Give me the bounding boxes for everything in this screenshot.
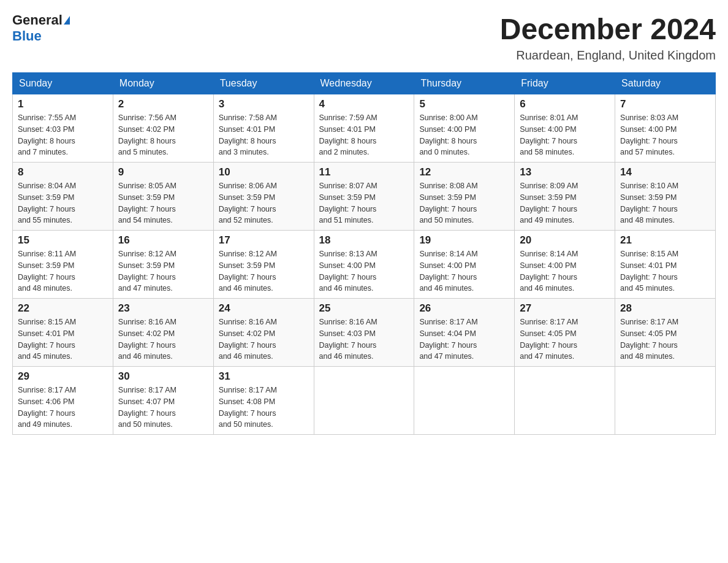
calendar-cell-day-14: 14Sunrise: 8:10 AMSunset: 3:59 PMDayligh… [615,163,716,231]
logo-general-text: General [12,12,63,28]
calendar-cell-day-15: 15Sunrise: 8:11 AMSunset: 3:59 PMDayligh… [13,231,113,299]
column-header-saturday: Saturday [615,73,716,94]
week-row-4: 22Sunrise: 8:15 AMSunset: 4:01 PMDayligh… [13,299,716,367]
week-row-1: 1Sunrise: 7:55 AMSunset: 4:03 PMDaylight… [13,94,716,163]
day-number: 13 [520,166,610,178]
month-title: December 2024 [500,12,716,46]
calendar-cell-day-5: 5Sunrise: 8:00 AMSunset: 4:00 PMDaylight… [414,94,515,163]
column-header-monday: Monday [113,73,213,94]
location-text: Ruardean, England, United Kingdom [500,48,716,63]
page-header: General Blue December 2024 Ruardean, Eng… [12,12,716,63]
day-info: Sunrise: 8:17 AMSunset: 4:06 PMDaylight:… [18,385,108,431]
day-number: 7 [620,98,710,110]
calendar-cell-day-31: 31Sunrise: 8:17 AMSunset: 4:08 PMDayligh… [213,367,314,435]
day-info: Sunrise: 8:17 AMSunset: 4:08 PMDaylight:… [219,385,309,431]
day-info: Sunrise: 7:59 AMSunset: 4:01 PMDaylight:… [319,112,409,158]
calendar-cell-day-7: 7Sunrise: 8:03 AMSunset: 4:00 PMDaylight… [615,94,716,163]
week-row-3: 15Sunrise: 8:11 AMSunset: 3:59 PMDayligh… [13,231,716,299]
day-info: Sunrise: 8:12 AMSunset: 3:59 PMDaylight:… [118,248,208,294]
day-info: Sunrise: 8:11 AMSunset: 3:59 PMDaylight:… [18,248,108,294]
day-info: Sunrise: 7:56 AMSunset: 4:02 PMDaylight:… [118,112,208,158]
day-info: Sunrise: 8:08 AMSunset: 3:59 PMDaylight:… [419,180,509,226]
calendar-cell-day-10: 10Sunrise: 8:06 AMSunset: 3:59 PMDayligh… [213,163,314,231]
calendar-cell-day-24: 24Sunrise: 8:16 AMSunset: 4:02 PMDayligh… [213,299,314,367]
empty-cell [615,367,716,435]
empty-cell [314,367,414,435]
logo-triangle-icon [64,16,70,25]
column-header-tuesday: Tuesday [213,73,314,94]
day-number: 10 [219,166,309,178]
day-info: Sunrise: 8:15 AMSunset: 4:01 PMDaylight:… [620,248,710,294]
day-number: 27 [520,302,610,315]
day-info: Sunrise: 8:14 AMSunset: 4:00 PMDaylight:… [419,248,509,294]
day-number: 8 [18,166,108,178]
day-info: Sunrise: 7:58 AMSunset: 4:01 PMDaylight:… [219,112,309,158]
day-number: 23 [118,302,208,315]
day-number: 17 [219,234,309,247]
empty-cell [414,367,515,435]
day-info: Sunrise: 8:10 AMSunset: 3:59 PMDaylight:… [620,180,710,226]
calendar-cell-day-27: 27Sunrise: 8:17 AMSunset: 4:05 PMDayligh… [515,299,615,367]
day-number: 9 [118,166,208,178]
day-number: 26 [419,302,509,315]
day-info: Sunrise: 8:17 AMSunset: 4:05 PMDaylight:… [620,316,710,362]
column-header-thursday: Thursday [414,73,515,94]
day-info: Sunrise: 8:04 AMSunset: 3:59 PMDaylight:… [18,180,108,226]
day-info: Sunrise: 8:15 AMSunset: 4:01 PMDaylight:… [18,316,108,362]
day-number: 15 [18,234,108,247]
calendar-cell-day-11: 11Sunrise: 8:07 AMSunset: 3:59 PMDayligh… [314,163,414,231]
day-number: 29 [18,370,108,383]
calendar-cell-day-6: 6Sunrise: 8:01 AMSunset: 4:00 PMDaylight… [515,94,615,163]
calendar-cell-day-19: 19Sunrise: 8:14 AMSunset: 4:00 PMDayligh… [414,231,515,299]
logo: General Blue [12,12,71,44]
day-info: Sunrise: 7:55 AMSunset: 4:03 PMDaylight:… [18,112,108,158]
calendar-cell-day-8: 8Sunrise: 8:04 AMSunset: 3:59 PMDaylight… [13,163,113,231]
day-number: 22 [18,302,108,315]
day-info: Sunrise: 8:17 AMSunset: 4:04 PMDaylight:… [419,316,509,362]
logo-blue-text: Blue [12,28,42,44]
day-info: Sunrise: 8:16 AMSunset: 4:02 PMDaylight:… [219,316,309,362]
calendar-cell-day-22: 22Sunrise: 8:15 AMSunset: 4:01 PMDayligh… [13,299,113,367]
week-row-2: 8Sunrise: 8:04 AMSunset: 3:59 PMDaylight… [13,163,716,231]
day-number: 14 [620,166,710,178]
day-number: 4 [319,98,409,110]
empty-cell [515,367,615,435]
day-info: Sunrise: 8:00 AMSunset: 4:00 PMDaylight:… [419,112,509,158]
calendar-cell-day-23: 23Sunrise: 8:16 AMSunset: 4:02 PMDayligh… [113,299,213,367]
calendar-cell-day-1: 1Sunrise: 7:55 AMSunset: 4:03 PMDaylight… [13,94,113,163]
day-number: 1 [18,98,108,110]
day-info: Sunrise: 8:17 AMSunset: 4:07 PMDaylight:… [118,385,208,431]
day-info: Sunrise: 8:01 AMSunset: 4:00 PMDaylight:… [520,112,610,158]
calendar-cell-day-17: 17Sunrise: 8:12 AMSunset: 3:59 PMDayligh… [213,231,314,299]
day-number: 31 [219,370,309,383]
day-number: 2 [118,98,208,110]
day-info: Sunrise: 8:06 AMSunset: 3:59 PMDaylight:… [219,180,309,226]
week-row-5: 29Sunrise: 8:17 AMSunset: 4:06 PMDayligh… [13,367,716,435]
calendar-cell-day-18: 18Sunrise: 8:13 AMSunset: 4:00 PMDayligh… [314,231,414,299]
calendar-cell-day-30: 30Sunrise: 8:17 AMSunset: 4:07 PMDayligh… [113,367,213,435]
day-number: 24 [219,302,309,315]
calendar-cell-day-25: 25Sunrise: 8:16 AMSunset: 4:03 PMDayligh… [314,299,414,367]
day-number: 20 [520,234,610,247]
column-header-wednesday: Wednesday [314,73,414,94]
day-info: Sunrise: 8:16 AMSunset: 4:03 PMDaylight:… [319,316,409,362]
calendar-cell-day-9: 9Sunrise: 8:05 AMSunset: 3:59 PMDaylight… [113,163,213,231]
column-header-friday: Friday [515,73,615,94]
day-number: 28 [620,302,710,315]
title-section: December 2024 Ruardean, England, United … [500,12,716,63]
day-info: Sunrise: 8:14 AMSunset: 4:00 PMDaylight:… [520,248,610,294]
day-info: Sunrise: 8:13 AMSunset: 4:00 PMDaylight:… [319,248,409,294]
day-info: Sunrise: 8:03 AMSunset: 4:00 PMDaylight:… [620,112,710,158]
calendar-header-row: SundayMondayTuesdayWednesdayThursdayFrid… [13,73,716,94]
day-number: 18 [319,234,409,247]
day-number: 5 [419,98,509,110]
calendar-cell-day-4: 4Sunrise: 7:59 AMSunset: 4:01 PMDaylight… [314,94,414,163]
day-info: Sunrise: 8:09 AMSunset: 3:59 PMDaylight:… [520,180,610,226]
column-header-sunday: Sunday [13,73,113,94]
calendar-cell-day-21: 21Sunrise: 8:15 AMSunset: 4:01 PMDayligh… [615,231,716,299]
day-number: 16 [118,234,208,247]
day-info: Sunrise: 8:12 AMSunset: 3:59 PMDaylight:… [219,248,309,294]
day-number: 11 [319,166,409,178]
calendar-table: SundayMondayTuesdayWednesdayThursdayFrid… [12,72,716,435]
day-number: 12 [419,166,509,178]
